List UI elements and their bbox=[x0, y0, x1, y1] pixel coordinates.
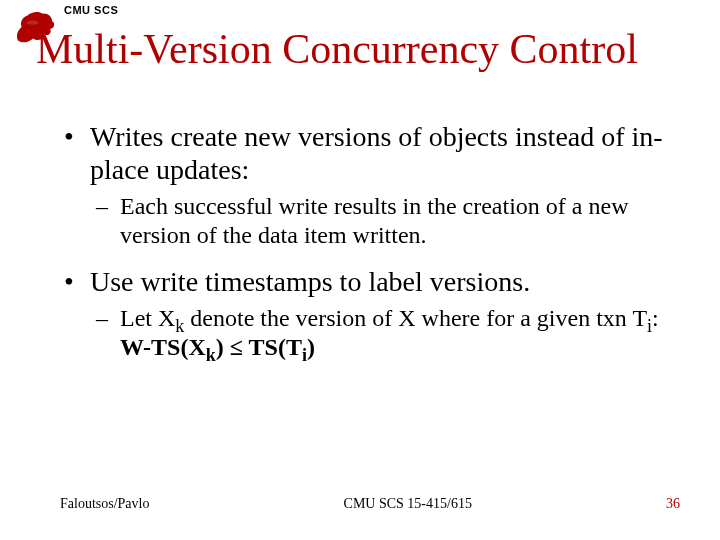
bullet-2: Use write timestamps to label versions. … bbox=[60, 265, 680, 363]
slide-title: Multi-Version Concurrency Control bbox=[36, 26, 700, 72]
slide: CMU SCS Multi-Version Concurrency Contro… bbox=[0, 0, 720, 540]
bullet-1-text: Writes create new versions of objects in… bbox=[90, 121, 663, 185]
bullet-1-sub-1: Each successful write results in the cre… bbox=[94, 192, 680, 251]
page-number: 36 bbox=[666, 496, 680, 512]
footer: Faloutsos/Pavlo CMU SCS 15-415/615 36 bbox=[60, 496, 680, 512]
bullet-2-sub-1: Let Xk denote the version of X where for… bbox=[94, 304, 680, 363]
bullet-2-text: Use write timestamps to label versions. bbox=[90, 266, 530, 297]
footer-course: CMU SCS 15-415/615 bbox=[344, 496, 472, 512]
bullet-1: Writes create new versions of objects in… bbox=[60, 120, 680, 251]
footer-authors: Faloutsos/Pavlo bbox=[60, 496, 149, 512]
slide-body: Writes create new versions of objects in… bbox=[60, 120, 680, 376]
dept-label: CMU SCS bbox=[64, 4, 118, 16]
